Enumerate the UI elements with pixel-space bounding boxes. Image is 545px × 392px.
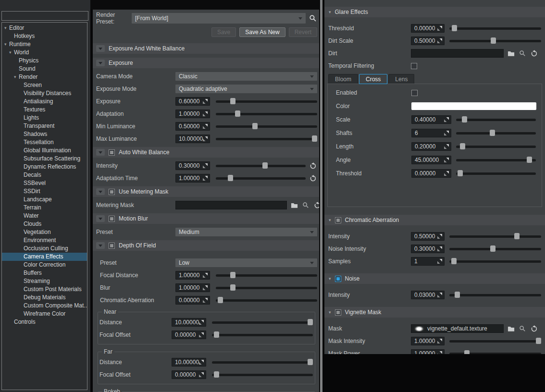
samples-value-field[interactable]: 1 <box>411 257 445 266</box>
slider-handle[interactable] <box>308 359 313 365</box>
metering-mask-file-input[interactable] <box>175 201 287 209</box>
sidebar-item-antialiasing[interactable]: Antialiasing <box>2 98 87 106</box>
preset-dropdown[interactable]: Low <box>175 258 317 267</box>
slider[interactable] <box>456 142 536 151</box>
slider[interactable] <box>216 122 317 131</box>
sidebar-item-sound[interactable]: Sound <box>2 65 87 73</box>
reset-button[interactable] <box>309 161 317 170</box>
slider-handle[interactable] <box>490 245 495 252</box>
checkbox[interactable] <box>335 309 341 316</box>
slider[interactable] <box>216 110 317 118</box>
slider[interactable] <box>216 161 306 170</box>
intensity-value-field[interactable]: 0.30000 <box>175 161 210 170</box>
section-header-auto-white-balance[interactable]: Auto White Balance <box>93 147 319 158</box>
adaptation-value-field[interactable]: 1.00000 <box>175 110 210 118</box>
search-button[interactable] <box>518 324 527 333</box>
slider-handle[interactable] <box>230 272 235 278</box>
slider[interactable] <box>456 115 536 124</box>
threshold-value-field[interactable]: 0.00000 <box>411 24 445 33</box>
checkbox[interactable] <box>411 63 417 69</box>
mask-file-input[interactable]: vignette_default.texture <box>411 324 504 333</box>
section-header-use-metering-mask[interactable]: Use Metering Mask <box>93 186 319 197</box>
scale-value-field[interactable]: 0.40000 <box>411 115 451 124</box>
slider[interactable] <box>449 245 541 253</box>
focal-offset-value-field[interactable]: 0.00000 <box>172 370 206 379</box>
adaptation-time-value-field[interactable]: 1.00000 <box>175 174 210 183</box>
slider-handle[interactable] <box>491 37 496 44</box>
mask-intensity-value-field[interactable]: 1.00000 <box>411 337 445 345</box>
search-button[interactable] <box>518 49 527 58</box>
preset-dropdown[interactable]: Medium <box>175 228 317 236</box>
sidebar-item-buffers[interactable]: Buffers <box>2 269 87 277</box>
slider[interactable] <box>212 370 313 379</box>
slider[interactable] <box>449 337 541 345</box>
section-header-exposure-and-white-ballance[interactable]: Exposure And White Ballance <box>93 43 319 54</box>
render-preset-dropdown[interactable]: [From World] <box>132 13 306 24</box>
slider[interactable] <box>216 174 306 183</box>
section-header-vignette-mask[interactable]: ▾Vignette Mask <box>324 307 545 318</box>
tree-filter-input[interactable] <box>1 11 88 21</box>
mask-power-value-field[interactable]: 1.00000 <box>411 349 445 354</box>
collapse-arrow-button[interactable] <box>96 45 105 52</box>
slider[interactable] <box>216 271 317 280</box>
sidebar-item-color-correction[interactable]: Color Correction <box>2 261 87 269</box>
noise-intensity-value-field[interactable]: 0.30000 <box>411 245 445 253</box>
reset-button[interactable] <box>309 174 317 183</box>
slider-handle[interactable] <box>536 338 541 344</box>
sidebar-item-runtime[interactable]: ▾Runtime <box>2 40 87 49</box>
browse-button[interactable] <box>507 49 515 58</box>
checkbox[interactable] <box>109 216 115 222</box>
sidebar-item-camera-effects[interactable]: Camera Effects <box>2 253 87 261</box>
color-swatch[interactable] <box>411 102 536 110</box>
slider-handle[interactable] <box>235 110 240 117</box>
sidebar-item-vegetation[interactable]: Vegetation <box>2 228 87 236</box>
reset-button[interactable] <box>313 201 319 209</box>
preset-search-button[interactable] <box>309 14 317 23</box>
sidebar-item-debug-materials[interactable]: Debug Materials <box>2 294 87 302</box>
distance-value-field[interactable]: 10.00000 <box>172 358 206 367</box>
section-header-noise[interactable]: ▾Noise <box>324 273 545 284</box>
slider-handle[interactable] <box>514 233 520 239</box>
sidebar-item-decals[interactable]: Decals <box>2 171 87 179</box>
slider-handle[interactable] <box>455 292 460 298</box>
focal-distance-value-field[interactable]: 1.00000 <box>175 271 210 280</box>
slider-handle[interactable] <box>228 175 233 181</box>
sidebar-item-terrain[interactable]: Terrain <box>2 204 87 212</box>
slider[interactable] <box>449 257 541 266</box>
browse-button[interactable] <box>290 201 298 209</box>
sidebar-item-screen[interactable]: Screen <box>2 81 87 89</box>
section-header-exposure[interactable]: Exposure <box>93 58 319 68</box>
slider-handle[interactable] <box>490 130 495 136</box>
shafts-value-field[interactable]: 6 <box>411 129 451 137</box>
slider-handle[interactable] <box>218 297 223 303</box>
sidebar-item-dynamic-reflections[interactable]: Dynamic Reflections <box>2 163 87 171</box>
blur-value-field[interactable]: 1.00000 <box>175 283 210 292</box>
sidebar-item-world[interactable]: ▾World <box>2 49 87 57</box>
sidebar-item-global-illumination[interactable]: Global Illumination <box>2 147 87 155</box>
sidebar-item-visibility-distances[interactable]: Visibility Distances <box>2 89 87 98</box>
sidebar-item-hotkeys[interactable]: Hotkeys <box>2 32 87 40</box>
min-luminance-value-field[interactable]: 0.50000 <box>175 122 210 131</box>
sidebar-item-shadows[interactable]: Shadows <box>2 130 87 138</box>
sidebar-item-water[interactable]: Water <box>2 212 87 220</box>
tab-bloom[interactable]: Bloom <box>328 74 358 84</box>
checkbox[interactable] <box>411 90 418 96</box>
slider[interactable] <box>212 318 313 327</box>
distance-value-field[interactable]: 10.00000 <box>172 318 206 327</box>
exposure-value-field[interactable]: 0.60000 <box>175 97 210 106</box>
slider[interactable] <box>212 331 313 339</box>
sidebar-item-clouds[interactable]: Clouds <box>2 220 87 228</box>
slider-handle[interactable] <box>214 331 219 338</box>
angle-value-field[interactable]: 45.00000 <box>411 156 451 164</box>
slider-handle[interactable] <box>451 258 457 264</box>
checkbox[interactable] <box>109 149 115 156</box>
sidebar-item-landscape[interactable]: Landscape <box>2 196 87 204</box>
max-luminance-value-field[interactable]: 10.00000 <box>175 135 210 143</box>
collapse-arrow-button[interactable] <box>96 188 105 195</box>
slider[interactable] <box>449 232 541 241</box>
camera-mode-dropdown[interactable]: Classic <box>175 72 317 81</box>
length-value-field[interactable]: 0.20000 <box>411 142 451 151</box>
tab-cross[interactable]: Cross <box>359 74 387 84</box>
slider[interactable] <box>449 24 541 33</box>
slider-handle[interactable] <box>527 157 532 163</box>
